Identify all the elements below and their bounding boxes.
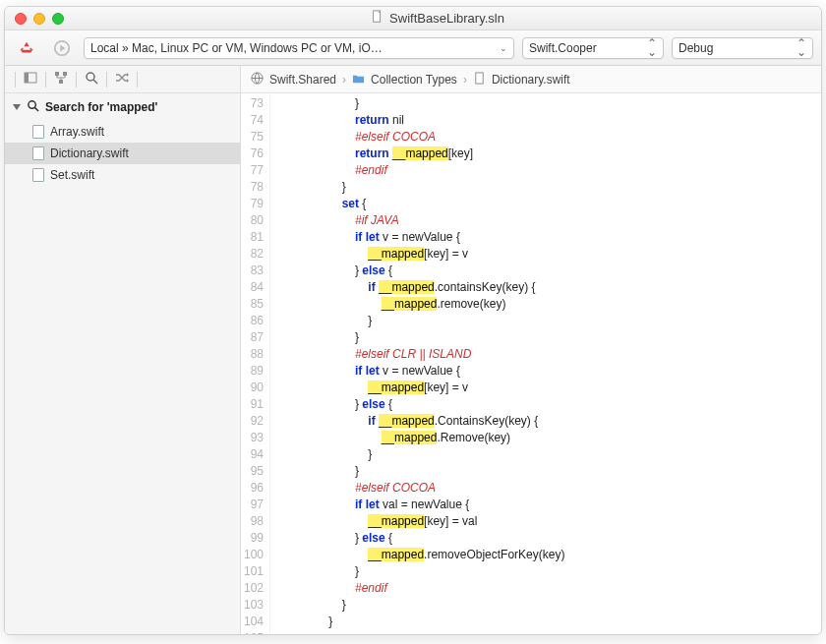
search-results: Array.swiftDictionary.swiftSet.swift bbox=[5, 121, 240, 186]
result-filename: Set.swift bbox=[50, 168, 94, 182]
search-result-item[interactable]: Set.swift bbox=[5, 164, 240, 186]
code-editor[interactable]: 7374757677787980818283848586878889909192… bbox=[241, 93, 821, 634]
run-button[interactable] bbox=[48, 36, 76, 60]
svg-rect-7 bbox=[63, 72, 67, 76]
result-filename: Dictionary.swift bbox=[50, 146, 129, 160]
toolbar: Local » Mac, Linux PC or VM, Windows PC … bbox=[5, 30, 821, 66]
scheme-selector[interactable]: Swift.Cooper ⌃⌄ bbox=[522, 37, 664, 59]
svg-rect-6 bbox=[55, 72, 59, 76]
result-filename: Array.swift bbox=[50, 125, 104, 139]
svg-rect-8 bbox=[59, 80, 63, 84]
updown-icon: ⌃⌄ bbox=[647, 39, 657, 56]
search-icon[interactable] bbox=[85, 71, 98, 88]
doc-icon bbox=[371, 10, 384, 27]
hierarchy-icon[interactable] bbox=[54, 71, 68, 88]
file-icon bbox=[32, 168, 44, 182]
config-label: Debug bbox=[678, 41, 713, 55]
editor-pane: Swift.Shared › Collection Types › Dictio… bbox=[241, 66, 821, 634]
file-icon bbox=[32, 125, 44, 139]
search-header[interactable]: Search for 'mapped' bbox=[5, 93, 240, 121]
target-selector[interactable]: Local » Mac, Linux PC or VM, Windows PC … bbox=[84, 37, 514, 59]
minimize-button[interactable] bbox=[33, 13, 45, 25]
config-selector[interactable]: Debug ⌃⌄ bbox=[672, 37, 813, 59]
breadcrumb[interactable]: Swift.Shared › Collection Types › Dictio… bbox=[241, 66, 821, 93]
file-icon bbox=[473, 72, 486, 88]
target-label: Local » Mac, Linux PC or VM, Windows PC … bbox=[90, 41, 383, 55]
traffic-lights bbox=[15, 13, 64, 25]
globe-icon bbox=[251, 72, 264, 88]
bc-folder[interactable]: Collection Types bbox=[371, 73, 457, 87]
build-button[interactable] bbox=[13, 36, 40, 60]
search-term: 'mapped' bbox=[107, 100, 158, 114]
sidebar-toolbar bbox=[5, 66, 240, 93]
bc-file[interactable]: Dictionary.swift bbox=[492, 73, 570, 87]
updown-icon: ⌃⌄ bbox=[796, 39, 806, 56]
ide-window: SwiftBaseLibrary.sln Local » Mac, Linux … bbox=[4, 6, 822, 635]
svg-line-10 bbox=[93, 80, 97, 84]
chevron-down-icon: ⌄ bbox=[500, 43, 507, 53]
search-icon bbox=[27, 99, 39, 115]
svg-rect-5 bbox=[25, 73, 29, 83]
svg-point-9 bbox=[87, 73, 94, 81]
code-area[interactable]: } return nil #elseif COCOA return __mapp… bbox=[270, 93, 821, 634]
zoom-button[interactable] bbox=[52, 13, 64, 25]
line-gutter: 7374757677787980818283848586878889909192… bbox=[241, 93, 270, 634]
sidebar: Search for 'mapped' Array.swiftDictionar… bbox=[5, 66, 241, 634]
close-button[interactable] bbox=[15, 13, 27, 25]
shuffle-icon[interactable] bbox=[115, 71, 129, 88]
search-result-item[interactable]: Array.swift bbox=[5, 121, 240, 143]
window-title: SwiftBaseLibrary.sln bbox=[389, 11, 504, 26]
svg-rect-14 bbox=[476, 72, 483, 83]
bc-root[interactable]: Swift.Shared bbox=[269, 73, 336, 87]
search-label-prefix: Search for bbox=[45, 100, 107, 114]
svg-line-12 bbox=[34, 107, 38, 111]
titlebar[interactable]: SwiftBaseLibrary.sln bbox=[5, 7, 821, 30]
file-icon bbox=[32, 146, 44, 160]
search-result-item[interactable]: Dictionary.swift bbox=[5, 143, 240, 164]
scheme-label: Swift.Cooper bbox=[529, 41, 597, 55]
panel-icon[interactable] bbox=[24, 71, 37, 88]
folder-icon bbox=[352, 72, 365, 88]
chevron-right-icon: › bbox=[463, 73, 467, 87]
disclosure-triangle-icon[interactable] bbox=[13, 104, 21, 110]
svg-marker-3 bbox=[60, 44, 65, 51]
svg-point-11 bbox=[29, 101, 35, 108]
chevron-right-icon: › bbox=[342, 73, 346, 87]
